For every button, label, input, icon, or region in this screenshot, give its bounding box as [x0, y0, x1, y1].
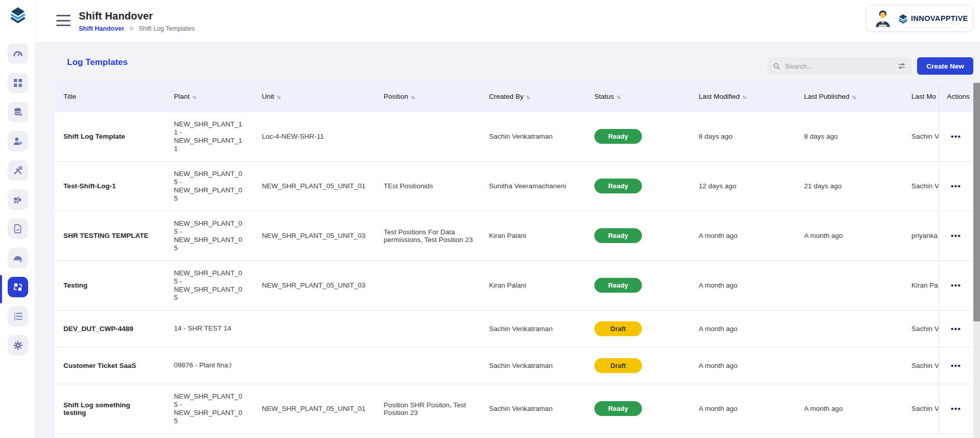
cell-position: [375, 260, 481, 310]
cell-status: Ready: [586, 384, 691, 433]
dashboard-gauge-icon: [12, 48, 24, 59]
cell-position: [375, 310, 481, 347]
more-options-icon: •••: [951, 404, 961, 413]
cell-last_published: A month ago: [796, 211, 903, 260]
layers-logo-icon: [9, 6, 27, 24]
status-badge: Draft: [594, 321, 642, 336]
user-avatar[interactable]: [873, 8, 893, 29]
cell-last_published: 21 days ago: [796, 161, 903, 211]
cell-plant: NEW_SHR_PLANT_0 5 - NEW_SHR_PLANT_0 5: [166, 260, 254, 310]
row-actions-button[interactable]: •••: [951, 182, 961, 190]
table-body: Shift Log TemplateNEW_SHR_PLANT_1 1 - NE…: [55, 112, 973, 438]
cell-position: [375, 347, 481, 384]
row-actions-button[interactable]: •••: [951, 231, 961, 240]
column-header-last_published[interactable]: Last Published↑↓: [796, 82, 903, 112]
column-label: Plant: [174, 93, 190, 100]
create-new-button[interactable]: Create New: [917, 57, 973, 75]
cell-last_modified_by: Sachin V: [903, 310, 939, 347]
brand-logo: INNOVAPPTIVE: [898, 13, 968, 24]
sidebar-item-checklist[interactable]: 1 2 3: [8, 306, 28, 326]
cell-last_modified: 8 days ago: [691, 112, 796, 161]
breadcrumb-current: Shift Log Templates: [139, 25, 195, 32]
cell-last_modified_by: Sachin V: [903, 347, 939, 384]
filter-button[interactable]: [897, 61, 906, 71]
cell-title: DEV_DUT_CWP-4489: [55, 310, 166, 347]
numbered-list-icon: 1 2 3: [12, 311, 24, 322]
app-logo: [9, 6, 27, 25]
table-row: TestingNEW_SHR_PLANT_0 5 - NEW_SHR_PLANT…: [55, 260, 973, 310]
sidebar-item-dashboard[interactable]: [8, 43, 28, 64]
cell-status: Draft: [586, 347, 691, 384]
tools-icon: [12, 165, 24, 176]
cell-position: TEst Positionids: [375, 161, 481, 211]
vertical-scrollbar[interactable]: [973, 82, 980, 438]
sidebar-item-equipment[interactable]: [8, 189, 28, 210]
column-header-position[interactable]: Position↑↓: [375, 82, 481, 112]
cell-status: Ready: [586, 211, 691, 260]
cell-plant: NEW_SHR_PLANT_0 5 - NEW_SHR_PLANT_0 5: [166, 211, 254, 260]
cell-created_by: Sachin Venkatraman: [481, 112, 586, 161]
cell-created_by: Sachin Venkatraman: [481, 384, 586, 433]
section-heading: Log Templates: [67, 57, 128, 68]
main-content: Log Templates Create New TitlePlant↑↓Uni…: [36, 42, 980, 438]
cell-last_published: [796, 260, 903, 310]
row-actions-button[interactable]: •••: [951, 361, 961, 370]
row-actions-button[interactable]: •••: [951, 281, 961, 290]
cell-last_modified: A month ago: [691, 310, 796, 347]
cell-status: Ready: [586, 260, 691, 310]
sort-icon: ↑↓: [852, 94, 856, 100]
cell-unit: [254, 347, 375, 384]
column-header-last_modified[interactable]: Last Modified↑↓: [691, 82, 796, 112]
cell-created_by: Kiran Palani: [481, 260, 586, 310]
cell-unit: Loc-4-NEW-SHR-11: [254, 112, 375, 161]
cell-last_modified_by: Sachin V: [903, 161, 939, 211]
column-header-status[interactable]: Status↑↓: [586, 82, 691, 112]
column-header-created_by[interactable]: Created By↑↓: [481, 82, 586, 112]
innovapptive-logo-icon: [898, 13, 908, 24]
tune-filter-icon: [897, 61, 906, 71]
sidebar-item-user-management[interactable]: [8, 131, 28, 151]
table-row: Shift Log TemplateNEW_SHR_PLANT_1 1 - NE…: [55, 112, 973, 161]
more-options-icon: •••: [951, 324, 961, 333]
search-input[interactable]: [785, 62, 893, 70]
column-label: Last Mo: [911, 93, 936, 100]
cell-plant: NEW_SHR_PLANT_1 1 - NEW_SHR_PLANT_1 1: [166, 112, 254, 161]
cell-actions: •••: [939, 161, 973, 211]
cell-actions: •••: [939, 310, 973, 347]
sidebar-item-operator[interactable]: [8, 248, 28, 268]
table-row: Customer Ticket SaaS09876 - Plant fina;l…: [55, 347, 973, 384]
cell-position: Position SHR Positon, Test Position 23: [375, 384, 481, 433]
active-nav-indicator: [0, 275, 2, 303]
sort-icon: ↑↓: [277, 94, 280, 100]
cell-status: Ready: [586, 161, 691, 211]
column-label: Title: [63, 93, 76, 100]
table-header-row: TitlePlant↑↓Unit↑↓Position↑↓Created By↑↓…: [55, 82, 973, 112]
search-bar: [767, 57, 911, 75]
more-options-icon: •••: [951, 231, 961, 240]
cell-title: Testing: [55, 260, 166, 310]
sidebar-item-shift-handover[interactable]: [8, 277, 28, 297]
row-actions-button[interactable]: •••: [951, 404, 961, 413]
cell-plant: 09876 - Plant fina;l: [166, 347, 254, 384]
sidebar-item-documents[interactable]: [8, 218, 28, 239]
cell-last_modified_by: Sachin V: [903, 112, 939, 161]
cell-last_modified_by: Kiran Pa: [903, 260, 939, 310]
sidebar-item-tools[interactable]: [8, 160, 28, 181]
scrollbar-thumb[interactable]: [973, 83, 980, 321]
cell-last_modified: A month ago: [691, 211, 796, 260]
cell-position: Test Positions For Data permissions, Tes…: [375, 211, 481, 260]
sidebar-item-modules[interactable]: [8, 73, 28, 93]
column-label: Actions: [947, 93, 970, 100]
column-header-unit[interactable]: Unit↑↓: [254, 82, 375, 112]
sidebar-item-master-data[interactable]: [8, 102, 28, 122]
cell-title: Customer Ticket SaaS: [55, 347, 166, 384]
sidebar-item-settings[interactable]: [8, 335, 28, 356]
breadcrumb-link-shift-handover[interactable]: Shift Handover: [79, 25, 124, 32]
status-badge: Ready: [594, 401, 642, 416]
row-actions-button[interactable]: •••: [951, 132, 961, 141]
menu-toggle-button[interactable]: [56, 15, 71, 26]
row-actions-button[interactable]: •••: [951, 324, 961, 333]
column-label: Last Modified: [699, 93, 740, 100]
cell-actions: •••: [939, 347, 973, 384]
column-header-plant[interactable]: Plant↑↓: [166, 82, 254, 112]
